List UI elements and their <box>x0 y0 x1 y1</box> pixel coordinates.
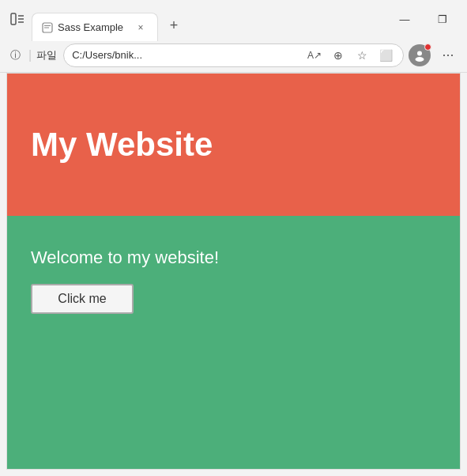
browser-window: Sass Example × + — ❐ ⓘ | 파일 C:/Users/bni… <box>0 0 467 476</box>
address-bar: ⓘ | 파일 C:/Users/bnik... A↗ ⊕ ☆ ⬜ ··· <box>0 38 467 73</box>
url-bar[interactable]: C:/Users/bnik... A↗ ⊕ ☆ ⬜ <box>63 43 404 67</box>
webpage-frame: My Website Welcome to my website! Click … <box>6 73 461 470</box>
profile-avatar[interactable] <box>409 44 431 66</box>
active-tab[interactable]: Sass Example × <box>32 13 158 41</box>
read-aloud-button[interactable]: A↗ <box>305 46 324 65</box>
minimize-button[interactable]: — <box>386 6 423 32</box>
url-text: C:/Users/bnik... <box>72 49 300 61</box>
site-body: Welcome to my website! Click me <box>7 216 460 469</box>
window-controls: — ❐ <box>386 6 461 32</box>
restore-button[interactable]: ❐ <box>424 6 461 32</box>
file-label: 파일 <box>36 48 57 62</box>
split-view-button[interactable]: ⬜ <box>376 46 395 65</box>
tab-close-button[interactable]: × <box>134 21 148 35</box>
zoom-button[interactable]: ⊕ <box>329 46 348 65</box>
title-bar: Sass Example × + — ❐ <box>0 0 467 38</box>
tab-title: Sass Example <box>58 21 129 33</box>
svg-rect-0 <box>11 13 16 25</box>
svg-point-8 <box>416 57 424 62</box>
sidebar-toggle-button[interactable] <box>6 8 28 30</box>
profile-badge <box>424 43 431 51</box>
new-tab-button[interactable]: + <box>161 13 186 38</box>
tab-page-icon <box>42 22 53 33</box>
click-me-button[interactable]: Click me <box>31 284 134 314</box>
address-separator: | <box>28 48 32 62</box>
favorites-button[interactable]: ☆ <box>352 46 371 65</box>
more-options-button[interactable]: ··· <box>435 43 461 68</box>
tabs-area: Sass Example × + <box>32 0 383 38</box>
svg-point-7 <box>417 51 422 55</box>
welcome-text: Welcome to my website! <box>31 247 436 268</box>
site-title: My Website <box>31 126 213 164</box>
info-button[interactable]: ⓘ <box>6 47 24 64</box>
site-header: My Website <box>7 74 460 216</box>
